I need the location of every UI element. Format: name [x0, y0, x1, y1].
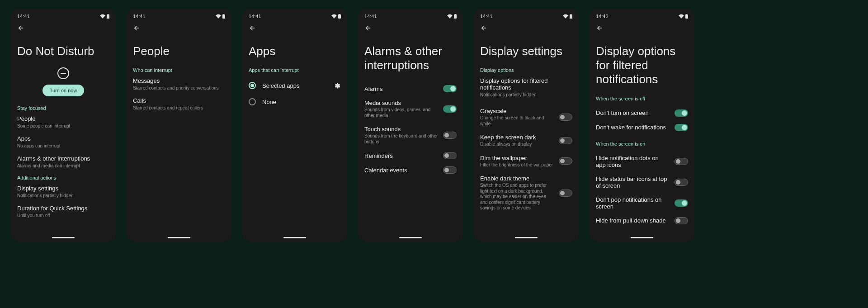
back-button[interactable]: [358, 21, 378, 37]
toggle-switch[interactable]: [559, 137, 572, 144]
status-time: 14:42: [596, 14, 609, 19]
toggle-switch[interactable]: [443, 166, 457, 174]
back-button[interactable]: [590, 21, 609, 37]
status-bar: 14:41: [11, 9, 116, 21]
battery-icon: [222, 14, 225, 19]
toggle-dont-turn-on[interactable]: Don't turn on screen: [596, 106, 688, 120]
page-title: Apps: [249, 44, 341, 58]
toggle-hide-shade[interactable]: Hide from pull-down shade: [596, 213, 688, 228]
svg-rect-3: [223, 14, 224, 14]
item-title: Display settings: [17, 185, 109, 192]
item-title: People: [17, 115, 109, 122]
toggle-label: Don't pop notifications on screen: [596, 196, 670, 210]
battery-icon: [338, 14, 341, 19]
radio-label: None: [262, 99, 341, 105]
toggle-media-sounds[interactable]: Media sounds Sounds from videos, games, …: [364, 96, 457, 122]
toggle-switch[interactable]: [675, 124, 688, 131]
toggle-switch[interactable]: [443, 105, 457, 113]
item-alarms[interactable]: Alarms & other interruptions Alarms and …: [17, 155, 109, 169]
radio-icon: [249, 82, 256, 89]
toggle-label: Hide notification dots on app icons: [596, 155, 670, 168]
section-apps-interrupt: Apps that can interrupt: [249, 67, 341, 73]
toggle-switch[interactable]: [443, 152, 457, 159]
item-apps[interactable]: Apps No apps can interrupt: [17, 135, 109, 149]
svg-rect-11: [686, 14, 687, 14]
turn-on-button[interactable]: Turn on now: [42, 85, 85, 96]
back-button[interactable]: [242, 21, 262, 37]
toggle-touch-sounds[interactable]: Touch sounds Sounds from the keyboard an…: [364, 122, 457, 148]
toggle-grayscale[interactable]: Grayscale Change the screen to black and…: [480, 104, 572, 130]
svg-rect-5: [339, 14, 340, 14]
toggle-switch[interactable]: [443, 85, 457, 92]
status-time: 14:41: [249, 14, 261, 19]
item-messages[interactable]: Messages Starred contacts and priority c…: [133, 77, 225, 91]
item-subtitle: Notifications partially hidden: [17, 193, 109, 199]
status-icons: [100, 14, 109, 19]
navigation-bar[interactable]: [631, 237, 653, 238]
wifi-icon: [331, 14, 337, 19]
navigation-bar[interactable]: [283, 237, 306, 238]
back-button[interactable]: [474, 21, 494, 37]
toggle-hide-status[interactable]: Hide status bar icons at top of screen: [596, 172, 688, 193]
toggle-switch[interactable]: [675, 179, 688, 186]
toggle-dim-wallpaper[interactable]: Dim the wallpaper Filter the brightness …: [480, 151, 572, 172]
page-title: Display options for filtered notificatio…: [596, 44, 688, 87]
navigation-bar[interactable]: [399, 237, 422, 238]
radio-none[interactable]: None: [249, 94, 341, 110]
toggle-subtitle: Change the screen to black and white: [480, 115, 554, 127]
navigation-bar[interactable]: [52, 237, 75, 238]
toggle-reminders[interactable]: Reminders: [364, 148, 457, 163]
toggle-calendar[interactable]: Calendar events: [364, 163, 457, 177]
item-duration[interactable]: Duration for Quick Settings Until you tu…: [17, 205, 109, 218]
item-people[interactable]: People Some people can interrupt: [17, 115, 109, 129]
toggle-hide-dots[interactable]: Hide notification dots on app icons: [596, 151, 688, 172]
item-calls[interactable]: Calls Starred contacts and repeat caller…: [133, 97, 225, 111]
gear-icon[interactable]: [334, 82, 341, 89]
status-bar: 14:41: [127, 9, 231, 21]
toggle-switch[interactable]: [675, 158, 688, 165]
navigation-bar[interactable]: [168, 237, 190, 238]
screen-filtered-notifications: 14:42 Display options for filtered notif…: [590, 9, 694, 242]
toggle-dont-pop[interactable]: Don't pop notifications on screen: [596, 193, 688, 213]
toggle-dark-theme[interactable]: Enable dark theme Switch the OS and apps…: [480, 171, 572, 215]
wifi-icon: [447, 14, 453, 19]
toggle-switch[interactable]: [675, 199, 688, 207]
item-title: Apps: [17, 135, 109, 142]
toggle-switch[interactable]: [559, 157, 572, 165]
battery-icon: [454, 14, 457, 19]
toggle-keep-dark[interactable]: Keep the screen dark Disable always on d…: [480, 130, 572, 151]
toggle-switch[interactable]: [675, 217, 688, 224]
page-title: Display settings: [480, 44, 572, 58]
status-time: 14:41: [480, 14, 493, 19]
toggle-label: Keep the screen dark: [480, 134, 554, 141]
toggle-alarms[interactable]: Alarms: [364, 81, 457, 96]
wifi-icon: [216, 14, 221, 19]
back-button[interactable]: [127, 21, 146, 37]
navigation-bar[interactable]: [515, 237, 538, 238]
item-title: Duration for Quick Settings: [17, 205, 109, 212]
toggle-dont-wake[interactable]: Don't wake for notifications: [596, 120, 688, 135]
status-bar: 14:41: [242, 9, 347, 21]
radio-selected-apps[interactable]: Selected apps: [249, 77, 341, 94]
wifi-icon: [563, 14, 568, 19]
toggle-switch[interactable]: [559, 114, 572, 121]
item-display-settings[interactable]: Display settings Notifications partially…: [17, 185, 109, 199]
toggle-switch[interactable]: [559, 190, 572, 197]
item-subtitle: Starred contacts and priority conversati…: [133, 85, 225, 91]
item-subtitle: Some people can interrupt: [17, 123, 109, 129]
toggle-label: Touch sounds: [364, 126, 439, 133]
toggle-switch[interactable]: [443, 132, 457, 139]
item-subtitle: Starred contacts and repeat callers: [133, 105, 225, 111]
toggle-switch[interactable]: [675, 109, 688, 117]
toggle-label: Don't turn on screen: [596, 109, 670, 116]
svg-rect-4: [338, 14, 341, 19]
back-button[interactable]: [11, 21, 31, 37]
status-icons: [679, 14, 688, 19]
section-stay-focused: Stay focused: [17, 105, 109, 111]
item-title: Display options for filtered notificatio…: [480, 77, 572, 91]
item-filtered-notifications[interactable]: Display options for filtered notificatio…: [480, 77, 572, 98]
section-who-interrupt: Who can interrupt: [133, 67, 225, 73]
status-bar: 14:41: [474, 9, 579, 21]
toggle-label: Alarms: [364, 85, 439, 92]
toggle-label: Grayscale: [480, 108, 554, 114]
